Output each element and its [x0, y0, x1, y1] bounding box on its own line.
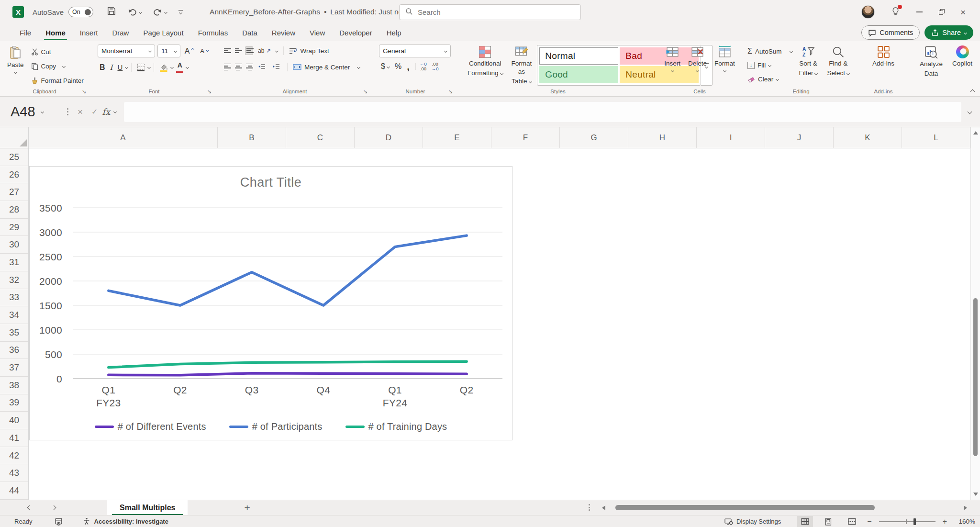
- page-break-preview-button[interactable]: [844, 516, 860, 527]
- zoom-out-button[interactable]: −: [867, 517, 871, 526]
- column-header-J[interactable]: J: [765, 127, 834, 148]
- accessibility-icon[interactable]: [83, 517, 90, 525]
- fill-dropdown-icon[interactable]: [768, 63, 771, 67]
- underline-button[interactable]: U: [116, 62, 125, 72]
- row-header-34[interactable]: 34: [0, 306, 28, 324]
- restore-button[interactable]: [939, 10, 944, 15]
- share-button[interactable]: Share: [924, 25, 973, 40]
- scroll-right-icon[interactable]: [964, 505, 967, 510]
- document-title[interactable]: AnnKEmery_Before-After-Graphs • Last Mod…: [210, 8, 415, 16]
- row-header-38[interactable]: 38: [0, 377, 28, 394]
- conditional-formatting-button[interactable]: Conditional Formatting: [464, 45, 506, 78]
- accounting-format-button[interactable]: $: [379, 61, 391, 72]
- undo-icon[interactable]: [128, 8, 142, 17]
- align-center-button[interactable]: [234, 62, 242, 72]
- fill-button[interactable]: ↓ Fill: [747, 59, 792, 71]
- vertical-scrollbar[interactable]: [970, 127, 980, 500]
- search-box[interactable]: [399, 4, 581, 20]
- delete-cells-button[interactable]: Delete: [685, 45, 710, 73]
- display-settings-button[interactable]: Display Settings: [724, 518, 781, 526]
- decrease-decimal-button[interactable]: .00→0: [432, 62, 439, 71]
- zoom-in-button[interactable]: +: [943, 517, 947, 526]
- comments-button[interactable]: Comments: [861, 25, 920, 40]
- comma-style-button[interactable]: ,: [405, 63, 412, 71]
- tab-scroll-divider[interactable]: [589, 504, 590, 511]
- row-header-25[interactable]: 25: [0, 148, 28, 166]
- row-header-41[interactable]: 41: [0, 429, 28, 447]
- font-family-select[interactable]: Montserrat: [98, 45, 155, 57]
- customize-qat-icon[interactable]: [178, 10, 183, 14]
- ribbon-tab-help[interactable]: Help: [379, 24, 409, 41]
- row-header-26[interactable]: 26: [0, 166, 28, 184]
- ribbon-tab-view[interactable]: View: [302, 24, 332, 41]
- scroll-left-icon[interactable]: [602, 505, 605, 510]
- column-header-F[interactable]: F: [491, 127, 560, 148]
- font-size-select[interactable]: 11: [157, 45, 180, 57]
- new-sheet-button[interactable]: +: [244, 503, 250, 513]
- autosum-dropdown-icon[interactable]: [790, 49, 793, 53]
- decrease-font-icon[interactable]: A: [198, 46, 211, 56]
- chart-series--of-training-days[interactable]: [109, 361, 467, 367]
- chart-object[interactable]: Chart Title 3500300025002000150010005000…: [29, 166, 512, 440]
- column-header-L[interactable]: L: [902, 127, 970, 148]
- scroll-up-icon[interactable]: [973, 131, 978, 135]
- insert-cells-button[interactable]: Insert: [661, 45, 684, 73]
- sheet-tab-small-multiples[interactable]: Small Multiples: [107, 500, 188, 516]
- enter-icon[interactable]: ✓: [91, 107, 98, 116]
- orientation-dropdown-icon[interactable]: [275, 49, 278, 52]
- clear-button[interactable]: Clear: [747, 73, 792, 85]
- clipboard-dialog-launcher-icon[interactable]: ↘: [82, 89, 86, 95]
- undo-dropdown-icon[interactable]: [139, 10, 142, 13]
- decrease-indent-button[interactable]: [256, 63, 267, 71]
- cancel-icon[interactable]: ×: [78, 107, 83, 117]
- alignment-dialog-launcher-icon[interactable]: ↘: [363, 89, 368, 95]
- cell-style-normal[interactable]: Normal: [539, 47, 618, 65]
- analyze-data-button[interactable]: Analyze Data: [916, 45, 946, 79]
- autosum-button[interactable]: Σ AutoSum: [747, 45, 792, 57]
- ribbon-tab-data[interactable]: Data: [235, 24, 265, 41]
- clear-dropdown-icon[interactable]: [776, 77, 779, 80]
- wrap-text-button[interactable]: Wrap Text: [289, 45, 329, 57]
- column-header-C[interactable]: C: [286, 127, 355, 148]
- middle-align-button[interactable]: [234, 47, 242, 55]
- bottom-align-button[interactable]: [245, 46, 253, 55]
- select-all-corner[interactable]: [0, 127, 29, 148]
- font-color-dropdown-icon[interactable]: [186, 66, 189, 69]
- column-header-B[interactable]: B: [218, 127, 286, 148]
- redo-dropdown-icon[interactable]: [164, 10, 167, 13]
- formula-input[interactable]: [124, 102, 961, 122]
- addins-button[interactable]: Add-ins: [869, 45, 898, 69]
- legend-item[interactable]: # of Training Days: [345, 421, 447, 432]
- sort-filter-button[interactable]: A Z Sort & Filter: [795, 45, 821, 78]
- number-dialog-launcher-icon[interactable]: ↘: [448, 89, 453, 95]
- font-color-button[interactable]: A: [174, 61, 185, 74]
- row-header-37[interactable]: 37: [0, 359, 28, 377]
- fx-dropdown-icon[interactable]: [113, 110, 117, 113]
- next-sheet-icon[interactable]: [52, 505, 56, 510]
- underline-dropdown-icon[interactable]: [125, 66, 128, 69]
- legend-item[interactable]: # of Different Events: [95, 421, 206, 432]
- merge-dropdown-icon[interactable]: [357, 65, 360, 68]
- merge-center-button[interactable]: Merge & Center: [293, 61, 360, 73]
- column-header-D[interactable]: D: [355, 127, 423, 148]
- align-left-button[interactable]: [223, 62, 231, 72]
- fill-color-dropdown-icon[interactable]: [170, 66, 174, 69]
- borders-dropdown-icon[interactable]: [147, 66, 151, 69]
- zoom-slider[interactable]: [879, 521, 935, 522]
- redo-icon[interactable]: [153, 8, 167, 17]
- cell-style-good[interactable]: Good: [539, 66, 618, 83]
- expand-formula-bar-icon[interactable]: [968, 110, 972, 114]
- find-select-button[interactable]: Find & Select: [824, 45, 853, 78]
- ribbon-tab-page-layout[interactable]: Page Layout: [136, 24, 190, 41]
- coming-soon-icon[interactable]: [891, 7, 900, 18]
- sheet-canvas[interactable]: Chart Title 3500300025002000150010005000…: [29, 149, 970, 500]
- row-header-39[interactable]: 39: [0, 394, 28, 412]
- paste-dropdown-icon[interactable]: [14, 70, 17, 74]
- name-box[interactable]: A48: [0, 104, 62, 120]
- row-header-40[interactable]: 40: [0, 412, 28, 429]
- row-header-43[interactable]: 43: [0, 464, 28, 482]
- font-dialog-launcher-icon[interactable]: ↘: [207, 89, 212, 95]
- column-header-A[interactable]: A: [29, 127, 218, 148]
- top-align-button[interactable]: [223, 47, 231, 55]
- ribbon-tab-formulas[interactable]: Formulas: [191, 24, 235, 41]
